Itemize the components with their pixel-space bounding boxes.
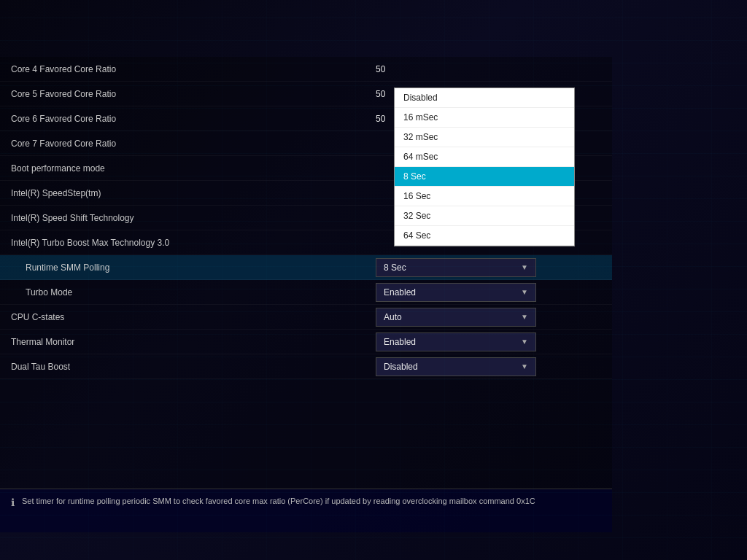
popup-item-disabled[interactable]: Disabled [395,88,574,108]
popup-item-8sec[interactable]: 8 Sec [395,167,574,187]
popup-item-64sec[interactable]: 64 Sec [395,226,574,246]
popup-item-16msec[interactable]: 16 mSec [395,108,574,128]
popup-item-64msec[interactable]: 64 mSec [395,147,574,167]
popup-item-32sec[interactable]: 32 Sec [395,206,574,226]
popup-item-32msec[interactable]: 32 mSec [395,128,574,147]
popup-item-16sec[interactable]: 16 Sec [395,187,574,206]
dropdown-popup: Disabled 16 mSec 32 mSec 64 mSec 8 Sec 1… [394,88,575,246]
